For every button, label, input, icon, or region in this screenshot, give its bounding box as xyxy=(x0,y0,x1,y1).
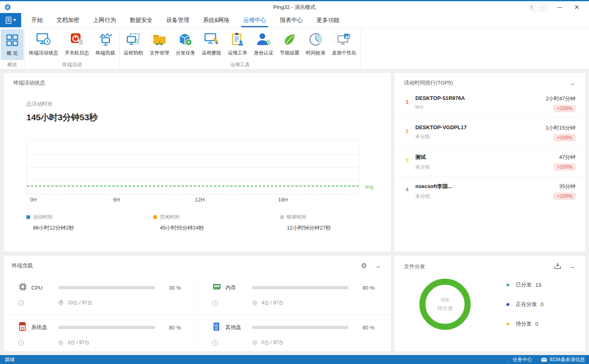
tab-device-management[interactable]: 设备管理 xyxy=(159,13,196,27)
info-icon[interactable]: i xyxy=(18,300,24,306)
folder-network-icon xyxy=(152,32,167,47)
ribbon-item-activity-status[interactable]: 终端活动状态 xyxy=(26,29,61,58)
ribbon-group-terminal-activity: 终端活动状态 开关机日志 xyxy=(25,28,119,69)
panel-terminal-load: 终端负载 ⚙ → CPU xyxy=(3,255,391,352)
panel-file-distribution: 文件分发 → 0% 待分发 xyxy=(394,255,586,352)
x-tick-12h: 12H xyxy=(195,197,205,203)
info-icon[interactable]: i xyxy=(212,300,218,306)
top5-list: 1 DESKTOP-51R976A test 2小时47分钟 +100% 2 xyxy=(394,89,585,206)
arrow-right-icon[interactable]: → xyxy=(374,262,381,269)
arrow-right-icon[interactable]: → xyxy=(569,80,576,87)
gear-icon[interactable]: ⚙ xyxy=(361,262,367,269)
close-button[interactable]: ✕ xyxy=(571,4,582,11)
total-activity-value: 145小时3分钟53秒 xyxy=(26,112,391,123)
system-disk-progress-bar xyxy=(58,326,155,329)
activity-duration: 47分钟 xyxy=(554,154,576,161)
menubar: 开始 文档加密 上网行为 数据安全 设备管理 系统&网络 运维中心 报表中心 更… xyxy=(0,13,589,28)
ribbon-item-desktop-personalization[interactable]: 桌面个性化 xyxy=(329,29,360,58)
ribbon-item-ops-ticket[interactable]: 运维工单 xyxy=(225,29,251,58)
system-disk-icon xyxy=(18,322,29,333)
ribbon-item-overview[interactable]: 概 览 xyxy=(1,29,24,60)
tab-system-network[interactable]: 系统&网络 xyxy=(196,13,236,27)
package-distribute-icon xyxy=(178,32,193,47)
tab-ops-center[interactable]: 运维中心 xyxy=(236,13,273,27)
tab-web-behavior[interactable]: 上网行为 xyxy=(86,13,123,27)
panel-terminal-activity-status: 终端活动状态 总活动时长 145小时3分钟53秒 avg xyxy=(3,72,391,252)
monitor-clock-icon xyxy=(36,32,51,47)
memory-progress-bar xyxy=(252,286,349,289)
clock-icon xyxy=(309,32,323,47)
pie-dot-icon xyxy=(58,300,63,306)
ribbon-item-file-management[interactable]: 文件管理 xyxy=(146,29,172,58)
tab-data-security[interactable]: 数据安全 xyxy=(123,13,159,27)
ribbon-item-terminal-load[interactable]: 终端负载 xyxy=(92,29,118,58)
info-icon[interactable]: i xyxy=(18,340,24,346)
legend-item-distributed: 已分发 13 xyxy=(506,281,543,288)
load-cell-other-disk: 其他盘 80 % i 0台 / 97台 xyxy=(197,314,391,352)
unread-messages-button[interactable]: 9234条未读信息 xyxy=(541,356,585,363)
activity-legend: 活动时间 86小时12分钟2秒 空闲时间 45小时55分钟24秒 xyxy=(26,214,362,232)
sun-icon[interactable]: ☼ xyxy=(540,4,547,11)
legend-item-idle-time: 空闲时间 45小时55分钟24秒 xyxy=(153,214,235,232)
pie-dot-icon xyxy=(252,300,257,306)
arrow-right-icon[interactable]: → xyxy=(569,263,576,270)
delta-badge: +100% xyxy=(554,163,576,171)
window-title: Ping32 - 演示模式 xyxy=(0,4,589,11)
task-center-button[interactable]: ↓ 任务中心 xyxy=(508,356,532,363)
legend-swatch-active xyxy=(26,215,30,219)
info-icon[interactable]: i xyxy=(212,340,218,346)
cpu-icon xyxy=(18,282,29,293)
ribbon-item-remote-wipe[interactable]: 远程擦除 xyxy=(199,29,225,58)
app-menu-button[interactable] xyxy=(0,13,21,27)
rank-number: 2 xyxy=(406,124,415,134)
minimize-button[interactable]: ─ xyxy=(554,4,565,11)
terminal-name: nsecsoft李国... xyxy=(415,183,554,190)
ribbon-item-distribute-task[interactable]: 分发任务 xyxy=(172,29,199,58)
caret-down-icon xyxy=(13,19,16,22)
tab-start[interactable]: 开始 xyxy=(24,13,50,27)
terminal-name: DESKTOP-VGDPL17 xyxy=(415,124,545,130)
terminal-group: 未分组 xyxy=(415,133,545,140)
legend-swatch-idle xyxy=(153,215,157,219)
theme-toggle[interactable]: ☾ ☼ xyxy=(529,3,548,11)
clipboard-person-icon xyxy=(231,32,244,47)
delta-badge: +100% xyxy=(554,134,576,141)
legend-item-locked-time: 锁屏时间 12小时56分钟27秒 xyxy=(280,214,362,232)
terminal-group: 未分组 xyxy=(415,164,554,171)
legend-item-pending: 待分发 0 xyxy=(506,320,543,327)
ribbon-item-identity-auth[interactable]: 身份认证 xyxy=(251,29,277,58)
legend-dot-distributed xyxy=(506,284,509,286)
ribbon-item-energy-saving[interactable]: 节能设置 xyxy=(277,29,303,58)
other-disk-count: 0台 / 97台 xyxy=(262,339,284,346)
ribbon-item-power-log[interactable]: 开关机日志 xyxy=(61,29,92,58)
ribbon-item-time-calibration[interactable]: 时间校准 xyxy=(303,29,329,58)
other-disk-progress-bar xyxy=(252,326,349,329)
load-cell-system-disk: 系统盘 80 % i 3台 / 97台 xyxy=(4,314,197,352)
cpu-count: 10台 / 97台 xyxy=(68,299,92,306)
top5-row[interactable]: 1 DESKTOP-51R976A test 2小时47分钟 +100% xyxy=(394,89,585,118)
x-tick-0h: 0H xyxy=(30,197,37,203)
top5-row[interactable]: 2 DESKTOP-VGDPL17 未分组 1小时15分钟 +100% xyxy=(394,118,585,147)
terminal-name: 测试 xyxy=(415,154,554,161)
panel-activity-ranking-top5: 活动时间排行(TOP5) → 1 DESKTOP-51R976A test 2小… xyxy=(394,72,586,252)
top5-row[interactable]: 4 nsecsoft李国... 未分组 35分钟 +100% xyxy=(394,177,585,206)
memory-count: 4台 / 97台 xyxy=(262,299,284,306)
legend-dot-distributing xyxy=(506,303,509,306)
document-icon xyxy=(5,17,12,24)
top5-row[interactable]: 3 测试 未分组 47分钟 +100% xyxy=(394,147,585,177)
download-tray-icon[interactable] xyxy=(554,262,561,271)
legend-item-distributing: 正在分发 0 xyxy=(506,301,543,308)
statusbar: 就绪 ↓ 任务中心 9234条未读信息 xyxy=(0,355,589,364)
moon-icon[interactable]: ☾ xyxy=(530,5,535,10)
legend-dot-pending xyxy=(506,323,509,325)
ribbon-item-remote-assist[interactable]: 远程协助 xyxy=(120,29,146,58)
terminal-name: DESKTOP-51R976A xyxy=(415,95,545,101)
terminal-group: test xyxy=(415,104,545,110)
person-fingerprint-icon xyxy=(256,32,271,47)
distribution-donut-chart: 0% 待分发 xyxy=(419,279,471,330)
x-tick-18h: 18H xyxy=(278,197,288,203)
tab-more-features[interactable]: 更多功能 xyxy=(310,13,346,27)
overview-grid-icon xyxy=(6,32,19,48)
tab-report-center[interactable]: 报表中心 xyxy=(273,13,310,27)
tab-doc-encryption[interactable]: 文档加密 xyxy=(50,13,86,27)
